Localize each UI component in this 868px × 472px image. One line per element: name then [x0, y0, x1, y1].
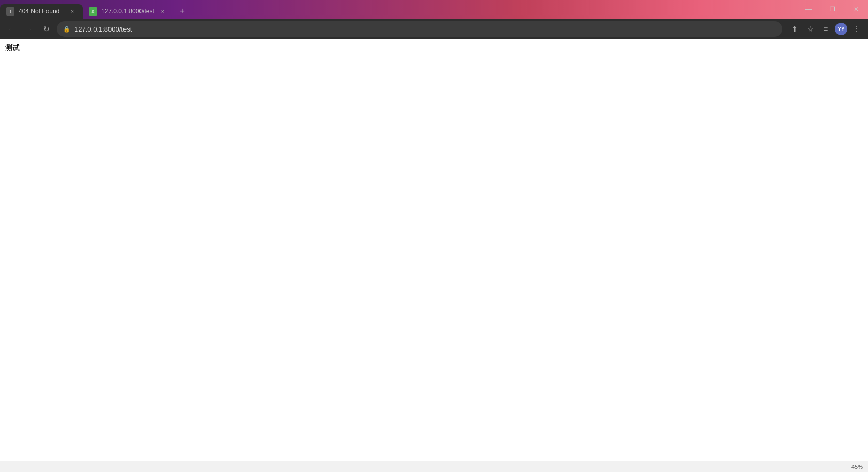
tab-favicon-404: !: [6, 7, 14, 16]
status-bar: 45%: [0, 461, 868, 472]
bookmark-icon: ☆: [807, 25, 814, 33]
minimize-button[interactable]: —: [797, 0, 820, 19]
reading-list-icon: ≡: [824, 25, 828, 33]
forward-icon: →: [25, 25, 33, 33]
forward-button[interactable]: →: [22, 22, 36, 36]
page-text: 测试: [5, 43, 20, 52]
tab-label-404: 404 Not Found: [19, 8, 64, 15]
back-button[interactable]: ←: [4, 22, 19, 36]
profile-badge: YY: [835, 23, 847, 35]
reload-button[interactable]: ↻: [39, 22, 54, 36]
share-button[interactable]: ⬆: [787, 22, 802, 36]
share-icon: ⬆: [792, 25, 798, 33]
url-bar[interactable]: 🔒 127.0.0.1:8000/test: [57, 21, 782, 37]
address-bar: ← → ↻ 🔒 127.0.0.1:8000/test ⬆ ☆ ≡ YY: [0, 19, 868, 39]
tab-close-local[interactable]: ×: [159, 7, 167, 16]
profile-button[interactable]: YY: [834, 22, 848, 36]
back-icon: ←: [8, 25, 15, 33]
page-content: 测试: [0, 39, 868, 57]
tab-404-not-found[interactable]: ! 404 Not Found ×: [0, 4, 83, 19]
lock-icon: 🔒: [63, 26, 70, 33]
tab-bar: ! 404 Not Found × Z 127.0.0.1:8000/test …: [0, 0, 868, 19]
reading-list-button[interactable]: ≡: [818, 22, 833, 36]
tab-favicon-green: Z: [89, 7, 97, 16]
tab-close-404[interactable]: ×: [68, 7, 76, 16]
reload-icon: ↻: [43, 25, 50, 33]
url-text: 127.0.0.1:8000/test: [74, 25, 776, 33]
menu-button[interactable]: ⋮: [849, 22, 864, 36]
restore-button[interactable]: ❐: [820, 0, 844, 19]
tab-local-server[interactable]: Z 127.0.0.1:8000/test ×: [83, 4, 173, 19]
window-controls: — ❐ ✕: [797, 0, 868, 19]
tab-label-local: 127.0.0.1:8000/test: [101, 8, 154, 15]
toolbar-icons: ⬆ ☆ ≡ YY ⋮: [787, 22, 864, 36]
browser-chrome: ! 404 Not Found × Z 127.0.0.1:8000/test …: [0, 0, 868, 39]
bookmark-button[interactable]: ☆: [803, 22, 817, 36]
zoom-level: 45%: [851, 464, 863, 470]
new-tab-button[interactable]: +: [175, 4, 190, 19]
close-button[interactable]: ✕: [844, 0, 868, 19]
menu-icon: ⋮: [853, 25, 860, 33]
